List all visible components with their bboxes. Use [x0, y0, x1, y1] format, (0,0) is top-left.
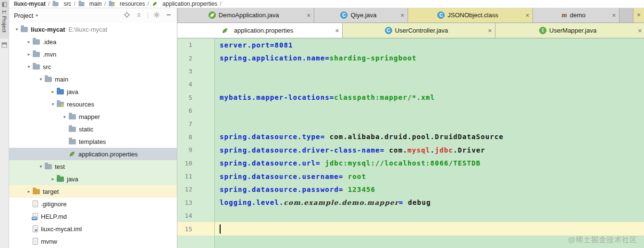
hide-panel-icon[interactable]	[165, 12, 172, 20]
tree-item--mvn[interactable]: ▸.mvn	[9, 48, 177, 60]
chevron-right-icon[interactable]: ▸	[25, 189, 33, 194]
chevron-down-icon[interactable]: ▾	[25, 64, 33, 69]
code-line[interactable]: 5mybatis.mapper-locations=classpath:mapp…	[177, 91, 644, 104]
code-line[interactable]: 10spring.datasource.url= jdbc:mysql://lo…	[177, 157, 644, 170]
line-number: 4	[177, 78, 215, 91]
tree-item--idea[interactable]: ▸.idea	[9, 35, 177, 48]
tree-item-target[interactable]: ▸target	[9, 185, 177, 198]
chevron-right-icon[interactable]: ▸	[25, 39, 33, 44]
editor[interactable]: 1server.port=80812spring.application.nam…	[177, 38, 644, 248]
tree-item-label: main	[55, 76, 68, 83]
editor-tab-jsonobject-class[interactable]: CJSONObject.class✕	[408, 8, 533, 23]
breadcrumb-item[interactable]: liuxc-mycat	[14, 0, 46, 7]
chevron-right-icon[interactable]: ▸	[49, 89, 57, 94]
code-text	[215, 104, 644, 117]
code-line[interactable]: 14	[177, 209, 644, 222]
breadcrumb-item-label: src	[63, 0, 71, 7]
code-line[interactable]: 12spring.datasource.password= 123456	[177, 183, 644, 196]
module-file-icon	[33, 225, 38, 232]
code-text	[215, 117, 644, 130]
code-line[interactable]: 4	[177, 78, 644, 91]
excluded-folder-icon	[33, 189, 40, 194]
code-line[interactable]: 15	[177, 222, 644, 235]
file-icon	[33, 238, 38, 245]
code-line[interactable]: 13logging.level.com.example.demo.mapper=…	[177, 196, 644, 209]
line-number: 8	[177, 130, 215, 143]
code-text: server.port=8081	[215, 38, 644, 51]
editor-tab-application-properties[interactable]: application.properties✕	[177, 23, 343, 38]
editor-tab-demoapplication-java[interactable]: DemoApplication.java✕	[178, 8, 314, 23]
tree-item-liuxc-mycat[interactable]: ▾liuxc-mycatE:\liuxc-mycat	[9, 23, 177, 35]
code-line[interactable]: 6	[177, 104, 644, 117]
tree-item-templates[interactable]: templates	[9, 135, 177, 148]
tree-item-test[interactable]: ▾test	[9, 160, 177, 173]
code-token: =	[339, 173, 348, 180]
tree-item--gitignore[interactable]: .gitignore	[9, 198, 177, 210]
project-stripe-tab[interactable]: 1: Project	[0, 0, 9, 38]
close-icon[interactable]: ✕	[307, 12, 311, 18]
code-token: jdbc:mysql://localhost:8066/TESTDB	[325, 159, 481, 167]
collapse-all-icon[interactable]	[136, 12, 142, 20]
tool-window-stripe: 1: Project	[0, 0, 9, 248]
chevron-down-icon[interactable]: ▾	[13, 27, 21, 32]
editor-tab-label: application.properties	[234, 27, 298, 34]
settings-gear-icon[interactable]	[153, 12, 160, 20]
editor-tab-qiye-java[interactable]: CQiye.java✕	[314, 8, 408, 23]
breadcrumb-item[interactable]: src	[52, 0, 71, 7]
editor-tab-usermapper-java[interactable]: IUserMapper.java✕	[495, 23, 644, 38]
folder-icon	[78, 2, 84, 6]
tree-item-mvnw[interactable]: mvnw	[9, 235, 177, 248]
code-line[interactable]: 11spring.datasource.username= root	[177, 170, 644, 183]
code-line[interactable]: 7	[177, 117, 644, 130]
tree-item-label: application.properties	[78, 151, 138, 158]
chevron-right-icon[interactable]: ▸	[25, 52, 33, 57]
tree-item-application-properties[interactable]: application.properties	[9, 148, 177, 160]
tree-item-help-md[interactable]: HELP.md	[9, 210, 177, 223]
tree-item-src[interactable]: ▾src	[9, 60, 177, 73]
close-icon[interactable]: ✕	[400, 12, 405, 18]
chevron-right-icon[interactable]: ▸	[49, 177, 57, 181]
code-line[interactable]: 1server.port=8081	[177, 38, 644, 51]
tree-item-main[interactable]: ▾main	[9, 73, 177, 85]
stripe-tab-label: 1: Project	[1, 10, 7, 32]
tree-item-resources[interactable]: ▾resources	[9, 98, 177, 110]
editor-tab-usercontroller-java[interactable]: CUserController.java✕	[343, 23, 495, 38]
locate-file-icon[interactable]	[124, 12, 130, 20]
favorites-stripe-icon[interactable]	[1, 42, 7, 49]
spring-boot-class-icon	[209, 12, 216, 19]
tree-item-mapper[interactable]: ▸mapper	[9, 110, 177, 123]
close-icon[interactable]: ✕	[525, 12, 530, 18]
chevron-down-icon[interactable]: ▾	[49, 102, 57, 106]
tree-item-liuxc-mycat-iml[interactable]: liuxc-mycat.iml	[9, 223, 177, 235]
spring-leaf-icon	[152, 1, 158, 6]
spring-leaf-icon	[69, 151, 75, 157]
code-line[interactable]: 3	[177, 65, 644, 78]
chevron-right-icon[interactable]: ▸	[61, 114, 69, 119]
code-line[interactable]: 2spring.application.name=sharding-spring…	[177, 51, 644, 64]
line-number: 2	[177, 51, 215, 64]
close-icon[interactable]: ✕	[612, 12, 616, 18]
tree-item-label: src	[43, 63, 51, 71]
code-text	[215, 222, 644, 235]
line-number: 11	[177, 170, 215, 183]
chevron-down-icon[interactable]: ▾	[37, 164, 45, 169]
code-line[interactable]: 8spring.datasource.type= com.alibaba.dru…	[177, 130, 644, 143]
tree-item-java[interactable]: ▸java	[9, 173, 177, 185]
close-icon[interactable]: ✕	[638, 28, 642, 33]
breadcrumb-item[interactable]: resources	[108, 0, 145, 7]
close-icon[interactable]: ✕	[636, 12, 641, 18]
chevron-down-icon[interactable]: ▾	[37, 77, 45, 82]
breadcrumb-separator-icon: /	[148, 0, 149, 7]
tree-item-static[interactable]: static	[9, 123, 177, 135]
project-view-selector[interactable]: Project ▾	[14, 12, 38, 19]
tree-item-java[interactable]: ▸java	[9, 85, 177, 98]
code-line[interactable]: 9spring.datasource.driver-class-name= co…	[177, 143, 644, 156]
close-icon[interactable]: ✕	[488, 28, 492, 33]
line-number: 12	[177, 183, 215, 196]
editor-tab-overflow-stub[interactable]: ✕	[633, 8, 644, 23]
breadcrumb-item[interactable]: application.properties	[151, 0, 217, 7]
breadcrumb-item[interactable]: main	[78, 0, 102, 7]
editor-tab-demo[interactable]: mdemo✕	[533, 8, 619, 23]
spring-leaf-icon	[222, 27, 228, 34]
close-icon[interactable]: ✕	[335, 28, 339, 33]
